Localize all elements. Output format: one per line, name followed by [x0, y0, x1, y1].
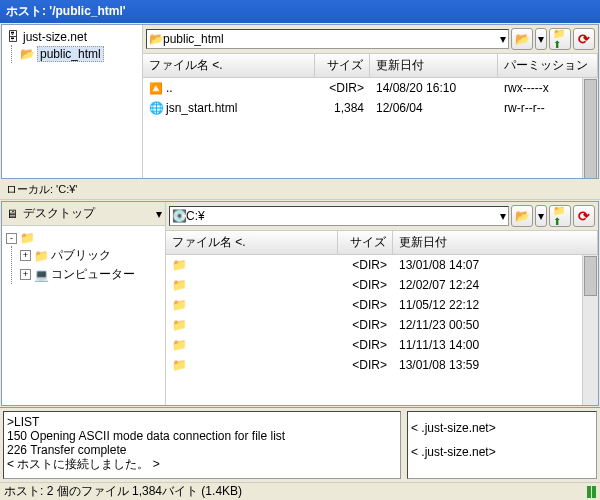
open-folder-button[interactable]: [511, 205, 533, 227]
col-name[interactable]: ファイル名 <.: [143, 54, 315, 77]
refresh-icon: [577, 32, 591, 46]
scrollbar[interactable]: [582, 255, 598, 405]
drive-icon: [172, 209, 186, 223]
col-size[interactable]: サイズ: [315, 54, 370, 77]
table-row[interactable]: <DIR>11/05/12 22:12: [166, 295, 598, 315]
open-folder-button[interactable]: [511, 28, 533, 50]
up-folder-button[interactable]: [549, 28, 571, 50]
host-path-combo[interactable]: public_html ▾: [146, 29, 509, 49]
folder-icon: [172, 318, 186, 332]
computer-icon: [34, 268, 48, 282]
table-row[interactable]: <DIR>13/01/08 14:07: [166, 255, 598, 275]
expand-button[interactable]: +: [20, 269, 31, 280]
host-tree: just-size.net public_html: [2, 25, 143, 178]
table-row[interactable]: <DIR>11/11/13 14:00: [166, 335, 598, 355]
server-icon: [6, 30, 20, 44]
log-right[interactable]: < .just-size.net> < .just-size.net>: [407, 411, 597, 479]
folder-dropdown[interactable]: ▾: [535, 28, 547, 50]
col-size[interactable]: サイズ: [338, 231, 393, 254]
log-left[interactable]: >LIST 150 Opening ASCII mode data connec…: [3, 411, 401, 479]
folder-icon: [172, 338, 186, 352]
local-path-combo[interactable]: C:¥ ▾: [169, 206, 509, 226]
col-name[interactable]: ファイル名 <.: [166, 231, 338, 254]
expand-button[interactable]: +: [20, 250, 31, 261]
table-row[interactable]: <DIR>12/11/23 00:50: [166, 315, 598, 335]
tree-item[interactable]: -: [6, 230, 161, 246]
tree-public-html[interactable]: public_html: [20, 45, 138, 63]
refresh-button[interactable]: [573, 205, 595, 227]
folder-icon: [172, 358, 186, 372]
folder-icon: [20, 231, 34, 245]
local-table-head: ファイル名 <. サイズ 更新日付: [166, 231, 598, 255]
desktop-icon: [5, 207, 19, 221]
folder-icon: [172, 278, 186, 292]
host-table-head: ファイル名 <. サイズ 更新日付 パーミッション: [143, 54, 598, 78]
host-table-body: .. <DIR> 14/08/20 16:10 rwx-----x jsn_st…: [143, 78, 598, 178]
table-row[interactable]: .. <DIR> 14/08/20 16:10 rwx-----x: [143, 78, 598, 98]
scrollbar[interactable]: [582, 78, 598, 178]
up-icon: [553, 32, 567, 46]
refresh-icon: [577, 209, 591, 223]
local-tree: デスクトップ ▾ - + パブリック +: [2, 202, 166, 405]
folder-icon: [34, 249, 48, 263]
statusbar: ホスト: 2 個のファイル 1,384バイト (1.4KB): [0, 482, 600, 500]
folder-open-icon: [515, 209, 529, 223]
parent-icon: [149, 81, 163, 95]
local-table-body: <DIR>13/01/08 14:07 <DIR>12/02/07 12:24 …: [166, 255, 598, 405]
folder-icon: [172, 258, 186, 272]
host-title: ホスト: '/public_html': [0, 0, 600, 23]
tree-root[interactable]: just-size.net: [6, 29, 138, 45]
folder-dropdown[interactable]: ▾: [535, 205, 547, 227]
folder-open-icon: [20, 47, 34, 61]
col-date[interactable]: 更新日付: [393, 231, 598, 254]
table-row[interactable]: <DIR>12/02/07 12:24: [166, 275, 598, 295]
local-list: C:¥ ▾ ▾ ファイル名 <. サイズ 更新日付 <DIR>13/01/08 …: [166, 202, 598, 405]
folder-icon: [172, 298, 186, 312]
expand-button[interactable]: -: [6, 233, 17, 244]
up-icon: [553, 209, 567, 223]
tree-item[interactable]: + コンピューター: [20, 265, 161, 284]
html-icon: [149, 101, 163, 115]
host-pane: just-size.net public_html public_html ▾: [1, 24, 599, 179]
refresh-button[interactable]: [573, 28, 595, 50]
folder-open-icon: [515, 32, 529, 46]
host-list: public_html ▾ ▾ ファイル名 <. サイズ 更新日付 パーミッショ…: [143, 25, 598, 178]
local-title: ローカル: 'C:¥': [0, 180, 600, 200]
col-date[interactable]: 更新日付: [370, 54, 498, 77]
table-row[interactable]: jsn_start.html 1,384 12/06/04 rw-r--r--: [143, 98, 598, 118]
folder-icon: [149, 32, 163, 46]
table-row[interactable]: <DIR>13/01/08 13:59: [166, 355, 598, 375]
tree-item[interactable]: + パブリック: [20, 246, 161, 265]
up-folder-button[interactable]: [549, 205, 571, 227]
col-perm[interactable]: パーミッション: [498, 54, 598, 77]
log-row: >LIST 150 Opening ASCII mode data connec…: [0, 407, 600, 482]
local-pane: デスクトップ ▾ - + パブリック +: [1, 201, 599, 406]
progress-indicator: [587, 486, 596, 498]
